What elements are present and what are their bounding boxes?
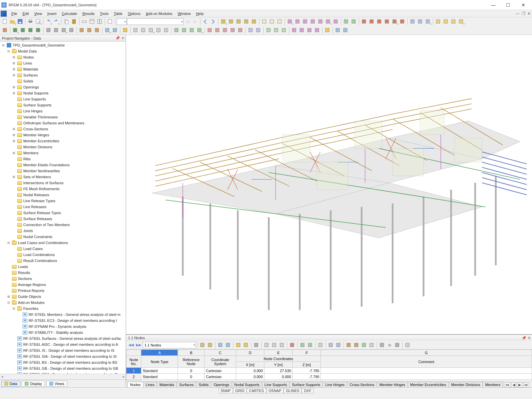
tb2-btn-3[interactable] <box>19 27 27 34</box>
pin-icon[interactable]: 📌 <box>115 36 120 40</box>
col-C[interactable]: C <box>204 350 236 356</box>
tb1-btn-11[interactable] <box>294 18 301 25</box>
tb2-btn-21[interactable] <box>132 27 139 34</box>
table-combo[interactable]: 1.1 Nodes <box>143 342 196 348</box>
tree-lcc-1[interactable]: Load Combinations <box>0 252 126 258</box>
tree-toggle[interactable]: ⊟ <box>7 301 11 304</box>
tb2-btn-38[interactable] <box>247 27 254 34</box>
table-tab-line-supports[interactable]: Line Supports <box>262 382 290 387</box>
tree-average-regions[interactable]: Average Regions <box>0 282 126 288</box>
tb1-btn-8[interactable] <box>276 18 283 25</box>
tb-nav-right[interactable]: ▷ <box>192 18 199 25</box>
table-tab-lines[interactable]: Lines <box>143 382 157 387</box>
tree-item-line-supports[interactable]: Line Supports <box>0 96 126 102</box>
tb2-btn-5[interactable] <box>35 27 42 34</box>
col-E[interactable]: E <box>264 350 293 356</box>
tree-item-openings[interactable]: ⊞Openings <box>0 84 126 90</box>
hdr-x[interactable]: X [m] <box>236 362 264 368</box>
tb1-btn-7[interactable] <box>268 18 276 25</box>
tree-toggle[interactable]: ⊞ <box>12 56 16 59</box>
tb2-btn-42[interactable] <box>273 27 280 34</box>
table-tab-nav[interactable]: ◀ <box>511 382 516 387</box>
hdr-ref[interactable]: Reference Node <box>178 356 204 368</box>
tree-fav-2[interactable]: MRF-DYNAM Pro - Dynamic analysis <box>0 324 126 330</box>
hdr-comment[interactable]: Comment <box>321 356 532 368</box>
table-row[interactable]: 2Standard0Cartesian0.0000.000-7.795 <box>126 374 532 380</box>
tb2-btn-46[interactable] <box>298 27 306 34</box>
tb1-btn-21[interactable] <box>360 18 368 25</box>
tree-item-nodal-releases[interactable]: Nodal Releases <box>0 192 126 198</box>
tree-addon[interactable]: ⊟Add-on Modules <box>0 300 126 306</box>
print-preview-button[interactable] <box>35 18 42 25</box>
tb2-btn-0[interactable] <box>1 27 9 34</box>
menu-table[interactable]: Table <box>111 11 125 17</box>
tb1-btn-10[interactable] <box>286 18 294 25</box>
tree-item-member-hinges[interactable]: ⊞Member Hinges <box>0 132 126 138</box>
col-B[interactable]: B <box>178 350 204 356</box>
table-tab-member-hinges[interactable]: Member Hinges <box>377 382 408 387</box>
tb1-btn-24[interactable] <box>383 18 391 25</box>
tb1-btn-1[interactable] <box>227 18 235 25</box>
tb-arrow-right[interactable] <box>209 18 217 25</box>
tb2-btn-52[interactable] <box>334 27 341 34</box>
tt-btn-9[interactable] <box>253 341 260 349</box>
tb2-btn-27[interactable] <box>173 27 180 34</box>
menu-help[interactable]: Help <box>194 11 206 17</box>
tt-btn-27[interactable] <box>360 341 368 349</box>
tree-guide-objects[interactable]: ⊞Guide Objects <box>0 294 126 300</box>
tt-btn-11[interactable] <box>263 341 270 349</box>
tt-btn-20[interactable] <box>317 341 324 349</box>
col-G[interactable]: G <box>321 350 532 356</box>
tt-btn-prev[interactable]: ◀◀ <box>127 341 135 349</box>
tb1-btn-33[interactable] <box>442 18 450 25</box>
tree-toggle[interactable]: ⊟ <box>12 307 16 310</box>
paste-button[interactable] <box>70 18 78 25</box>
tree-item-ribs[interactable]: Ribs <box>0 156 126 162</box>
tt-btn-3[interactable] <box>217 341 224 349</box>
tb2-btn-9[interactable] <box>60 27 67 34</box>
tb1-btn-23[interactable] <box>376 18 383 25</box>
tree-fav-1[interactable]: MRF-STEEL EC3 - Design of steel members … <box>0 318 126 324</box>
tree-item-line-release-types[interactable]: Line Release Types <box>0 198 126 204</box>
tree-item-line-releases[interactable]: Line Releases <box>0 204 126 210</box>
tree-addon-6[interactable]: MRF-STEEL CSA - Design of steel members … <box>0 371 126 374</box>
tb2-btn-43[interactable] <box>280 27 288 34</box>
menu-view[interactable]: View <box>32 11 45 17</box>
tree-addon-4[interactable]: MRF-STEEL BS - Design of steel members a… <box>0 359 126 365</box>
hdr-coords[interactable]: Node Coordinates <box>236 356 321 362</box>
tree-item-member-nonlinearities[interactable]: Member Nonlinearities <box>0 168 126 174</box>
tree-item-materials[interactable]: ⊞Materials <box>0 66 126 72</box>
tb1-btn-6[interactable] <box>261 18 268 25</box>
tb2-btn-17[interactable] <box>111 27 119 34</box>
tree-model-data[interactable]: ⊟Model Data <box>0 48 126 54</box>
tree-item-surface-supports[interactable]: Surface Supports <box>0 102 126 108</box>
tree-toggle[interactable]: ⊞ <box>12 133 16 137</box>
tb1-btn-29[interactable] <box>417 18 424 25</box>
mdi-close-button[interactable]: ✕ <box>527 11 531 16</box>
col-F[interactable]: F <box>293 350 321 356</box>
tree-addon-3[interactable]: MRF-STEEL SIA - Design of steel members … <box>0 353 126 359</box>
tb2-btn-13[interactable] <box>86 27 93 34</box>
status-glines[interactable]: GLINES <box>284 388 302 393</box>
navigator-tree[interactable]: ⊟TPD_Gesamtmodell_Geometrie⊟Model Data⊞N… <box>0 42 126 374</box>
status-cartes[interactable]: CARTES <box>247 388 266 393</box>
redo-button[interactable] <box>53 18 60 25</box>
tree-toggle[interactable]: ⊟ <box>7 50 11 53</box>
status-osnap[interactable]: OSNAP <box>266 388 284 393</box>
tree-results[interactable]: Results <box>0 270 126 276</box>
print-button[interactable] <box>27 18 34 25</box>
table-row[interactable]: 1Standard0Cartesian0.00027.530-7.785 <box>126 368 532 374</box>
status-snap[interactable]: SNAP <box>218 388 233 393</box>
tt-btn-28[interactable] <box>368 341 375 349</box>
tt-btn-30[interactable] <box>378 341 386 349</box>
tree-item-orthotropic-surfaces-and-membranes[interactable]: Orthotropic Surfaces and Membranes <box>0 120 126 126</box>
tt-btn-13[interactable] <box>278 341 286 349</box>
hdr-node-type[interactable]: Node Type <box>141 356 178 368</box>
tt-btn-34[interactable] <box>404 341 411 349</box>
tree-sections[interactable]: Sections <box>0 276 126 282</box>
3d-viewport[interactable] <box>126 35 532 334</box>
menu-insert[interactable]: Insert <box>45 11 59 17</box>
tb2-btn-24[interactable] <box>155 27 162 34</box>
menu-results[interactable]: Results <box>80 11 97 17</box>
table-tab-cross-sections[interactable]: Cross-Sections <box>347 382 377 387</box>
